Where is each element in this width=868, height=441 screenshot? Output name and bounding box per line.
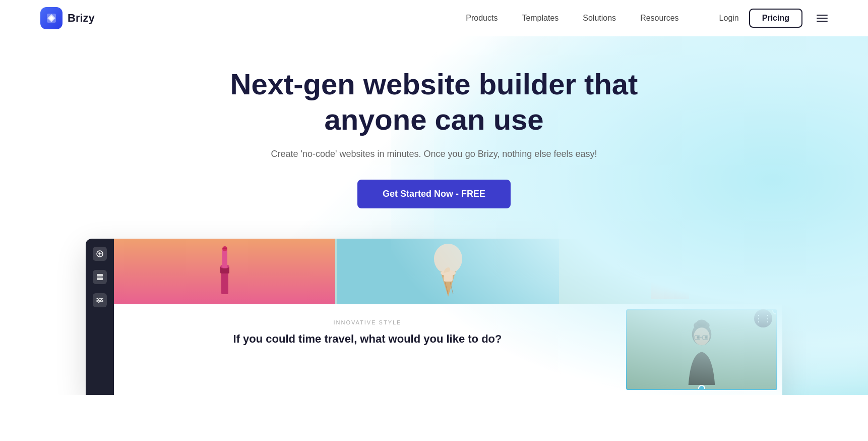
- svg-rect-22: [671, 259, 675, 263]
- svg-point-5: [101, 300, 102, 301]
- svg-point-35: [705, 336, 707, 339]
- svg-rect-10: [222, 249, 227, 268]
- svg-rect-20: [651, 259, 664, 299]
- gallery-item-2: [337, 239, 559, 304]
- nav-links: Products Templates Solutions Resources: [466, 14, 678, 23]
- nav-resources[interactable]: Resources: [640, 14, 678, 22]
- sidebar-add-icon[interactable]: [93, 247, 107, 261]
- svg-rect-23: [664, 266, 668, 270]
- sidebar-layout-icon[interactable]: [93, 270, 107, 284]
- editor-heading: If you could time travel, what would you…: [134, 332, 601, 347]
- editor-sidebar: [86, 239, 114, 395]
- person-svg: [671, 314, 732, 385]
- cta-button[interactable]: Get Started Now - FREE: [357, 180, 511, 208]
- gallery-item-1: [114, 239, 335, 304]
- hero-section: Next-gen website builder that anyone can…: [0, 36, 868, 395]
- logo-icon: [40, 7, 63, 29]
- hero-title: Next-gen website builder that anyone can…: [20, 67, 848, 137]
- hero-subtitle: Create 'no-code' websites in minutes. On…: [20, 149, 848, 159]
- svg-rect-2: [97, 274, 103, 277]
- svg-rect-3: [97, 278, 103, 280]
- nav-actions: Login Pricing: [719, 9, 828, 28]
- svg-point-30: [694, 327, 710, 345]
- fab-button[interactable]: ⋮⋮: [754, 309, 772, 327]
- svg-rect-24: [671, 266, 675, 270]
- nav-solutions[interactable]: Solutions: [583, 14, 616, 22]
- editor-label: INNOVATIVE STYLE: [134, 319, 601, 325]
- hamburger-icon[interactable]: [817, 15, 828, 22]
- logo-text: Brizy: [68, 12, 95, 25]
- svg-rect-17: [444, 271, 453, 282]
- resize-handle-top[interactable]: [772, 309, 777, 314]
- svg-rect-21: [664, 259, 668, 263]
- editor-main: INNOVATIVE STYLE If you could time trave…: [114, 239, 782, 395]
- lipstick-svg: [212, 246, 237, 297]
- nav-templates[interactable]: Templates: [522, 14, 559, 22]
- gallery-strip: [114, 239, 782, 304]
- svg-rect-19: [674, 264, 689, 299]
- editor-text-section: INNOVATIVE STYLE If you could time trave…: [114, 304, 621, 395]
- editor-preview: INNOVATIVE STYLE If you could time trave…: [86, 239, 782, 395]
- svg-point-34: [697, 336, 699, 339]
- building-svg: [646, 239, 697, 299]
- svg-point-25: [676, 244, 692, 259]
- logo-link[interactable]: Brizy: [40, 7, 95, 29]
- editor-bottom: INNOVATIVE STYLE If you could time trave…: [114, 304, 782, 395]
- svg-point-29: [697, 320, 707, 327]
- login-link[interactable]: Login: [719, 14, 739, 23]
- navbar: Brizy Products Templates Solutions Resou…: [0, 0, 868, 36]
- resize-handle-bottom[interactable]: [698, 385, 705, 390]
- nav-products[interactable]: Products: [466, 14, 498, 22]
- svg-point-4: [98, 298, 99, 300]
- svg-rect-7: [221, 271, 228, 294]
- svg-point-6: [98, 301, 100, 303]
- sidebar-settings-icon[interactable]: [93, 293, 107, 307]
- pricing-button[interactable]: Pricing: [749, 9, 802, 28]
- icecream-svg: [430, 244, 466, 299]
- gallery-item-3: [561, 239, 782, 304]
